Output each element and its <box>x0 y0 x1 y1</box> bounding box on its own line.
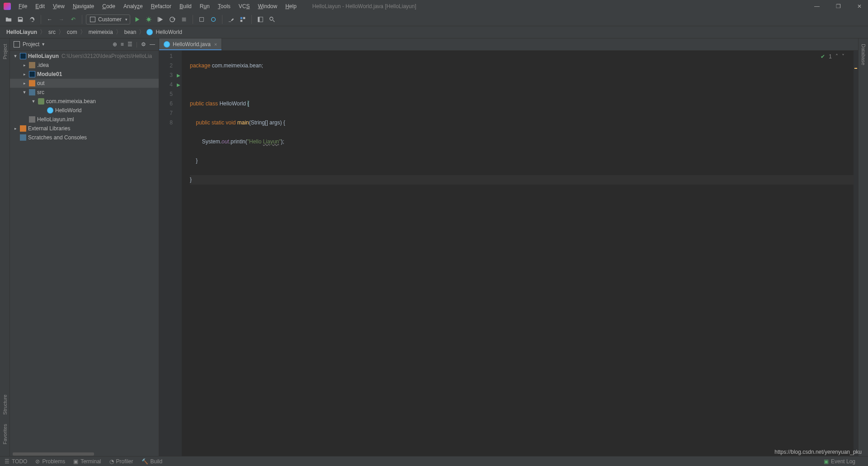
tree-src[interactable]: ▼ src <box>10 88 159 97</box>
error-stripe[interactable] <box>854 51 858 456</box>
tab-helloworld[interactable]: HelloWorld.java × <box>159 38 222 50</box>
window-controls: — ❐ ✕ <box>811 2 864 10</box>
status-profiler[interactable]: ◔Profiler <box>109 458 133 465</box>
debug-button[interactable] <box>144 14 154 24</box>
sync-button[interactable] <box>27 14 37 24</box>
crumb-com[interactable]: com <box>66 29 78 35</box>
close-tab-icon[interactable]: × <box>214 42 217 47</box>
save-button[interactable] <box>15 14 25 24</box>
code-content[interactable]: package com.meimeixia.bean; public class… <box>182 51 858 456</box>
menu-help[interactable]: Help <box>282 2 300 11</box>
tree-ext-libs[interactable]: ▸ External Libraries <box>10 124 159 133</box>
expand-button[interactable]: ≡ <box>121 41 124 48</box>
status-eventlog[interactable]: ▣Event Log <box>824 458 855 465</box>
tool-structure[interactable]: Structure <box>2 393 8 417</box>
stop-button[interactable] <box>179 14 189 24</box>
crumb-class[interactable]: HelloWorld <box>155 29 183 35</box>
class-icon <box>164 41 170 48</box>
project-dropdown-icon[interactable]: ▼ <box>41 42 45 47</box>
menu-tools[interactable]: Tools <box>215 2 234 11</box>
crumb-sep: 〉 <box>40 28 46 36</box>
svg-rect-6 <box>241 17 242 19</box>
left-tool-strip: Project Structure Favorites <box>0 38 10 456</box>
project-panel-title[interactable]: Project <box>23 41 39 48</box>
svg-point-5 <box>212 17 216 21</box>
locate-button[interactable]: ⊕ <box>113 41 117 48</box>
back-button[interactable]: ← <box>45 14 55 24</box>
forward-button[interactable]: → <box>57 14 66 24</box>
status-problems[interactable]: ⊘Problems <box>35 458 65 465</box>
menu-file[interactable]: File <box>15 2 30 11</box>
tool-database[interactable]: Database <box>861 42 866 67</box>
dock-button[interactable] <box>255 14 265 24</box>
crumb-root[interactable]: HelloLiayun <box>5 29 38 35</box>
menu-run[interactable]: Run <box>197 2 213 11</box>
prev-highlight-icon[interactable]: ˄ <box>835 53 838 60</box>
menu-code[interactable]: Code <box>99 2 118 11</box>
svg-rect-1 <box>158 17 159 22</box>
run-gutter-icon[interactable]: ▶ <box>175 71 182 80</box>
tree-iml[interactable]: HelloLiayun.iml <box>10 115 159 124</box>
reload-button[interactable] <box>208 14 218 24</box>
tree-out[interactable]: ▸ out <box>10 79 159 88</box>
module-icon <box>20 53 26 59</box>
tree-scratches[interactable]: Scratches and Consoles <box>10 133 159 142</box>
tree-package[interactable]: ▼ com.meimeixia.bean <box>10 97 159 106</box>
project-panel-header: Project ▼ ⊕ ≡ ☰ | ⚙ — <box>10 38 159 51</box>
project-structure-button[interactable] <box>238 14 248 24</box>
tree-class[interactable]: HelloWorld <box>10 106 159 115</box>
run-config-select[interactable]: Customer <box>86 14 130 24</box>
menu-view[interactable]: View <box>50 2 68 11</box>
svg-rect-10 <box>258 17 260 22</box>
status-todo[interactable]: ☰TODO <box>5 458 27 465</box>
status-build[interactable]: 🔨Build <box>142 458 163 465</box>
menu-window[interactable]: Window <box>255 2 280 11</box>
menu-navigate[interactable]: Navigate <box>70 2 97 11</box>
menu-vcs[interactable]: VCS <box>236 2 253 11</box>
collapse-button[interactable]: ☰ <box>127 41 132 48</box>
check-icon: ✔ <box>821 53 825 60</box>
terminal-icon: ▣ <box>73 458 78 465</box>
next-highlight-icon[interactable]: ˅ <box>842 53 844 60</box>
panel-minimize-button[interactable]: — <box>150 41 155 48</box>
panel-settings-button[interactable]: ⚙ <box>141 41 146 48</box>
app-icon <box>4 3 11 10</box>
status-bar: ☰TODO ⊘Problems ▣Terminal ◔Profiler 🔨Bui… <box>0 456 868 466</box>
tree-module01[interactable]: ▸ Module01 <box>10 70 159 79</box>
menu-build[interactable]: Build <box>176 2 195 11</box>
editor-tabs: HelloWorld.java × <box>159 38 858 51</box>
editor-inspection-widget[interactable]: ✔ 1 ˄ ˅ <box>821 53 844 60</box>
minimize-button[interactable]: — <box>811 2 822 10</box>
source-folder-icon <box>29 89 35 95</box>
undo-arrow-icon[interactable]: ↶ <box>68 14 78 24</box>
search-button[interactable] <box>267 14 277 24</box>
open-button[interactable] <box>4 14 14 24</box>
crumb-meimeixia[interactable]: meimeixia <box>88 29 114 35</box>
maximize-button[interactable]: ❐ <box>833 2 844 10</box>
run-button[interactable] <box>132 14 142 24</box>
run-gutter-icon[interactable]: ▶ <box>175 80 182 90</box>
profile-button[interactable]: ▾ <box>167 14 177 24</box>
settings-button[interactable] <box>226 14 236 24</box>
folder-icon <box>29 80 35 86</box>
close-button[interactable]: ✕ <box>854 2 864 10</box>
tree-idea[interactable]: ▸ .idea <box>10 61 159 70</box>
menu-analyze[interactable]: Analyze <box>120 2 146 11</box>
menu-edit[interactable]: Edit <box>32 2 48 11</box>
tool-project[interactable]: Project <box>2 42 8 61</box>
panel-scrollbar[interactable] <box>10 452 159 456</box>
tree-root[interactable]: ▼ HelloLiayun C:\Users\32120\IdeaProject… <box>10 52 159 61</box>
crumb-bean[interactable]: bean <box>123 29 137 35</box>
main-menu: File Edit View Navigate Code Analyze Ref… <box>15 2 300 11</box>
window-title: HelloLiayun - HelloWorld.java [HelloLiay… <box>312 3 416 10</box>
breadcrumb-bar: HelloLiayun 〉 src 〉 com 〉 meimeixia 〉 be… <box>0 26 868 38</box>
project-tree[interactable]: ▼ HelloLiayun C:\Users\32120\IdeaProject… <box>10 51 159 452</box>
code-editor[interactable]: 12345678 ▶ ▶ package com.meimeixia.bean;… <box>159 51 858 456</box>
attach-button[interactable] <box>197 14 207 24</box>
coverage-button[interactable] <box>156 14 165 24</box>
menu-refactor[interactable]: Refactor <box>148 2 175 11</box>
tool-favorites[interactable]: Favorites <box>2 422 8 446</box>
status-terminal[interactable]: ▣Terminal <box>73 458 101 465</box>
scratches-icon <box>20 134 26 141</box>
crumb-src[interactable]: src <box>47 29 57 35</box>
